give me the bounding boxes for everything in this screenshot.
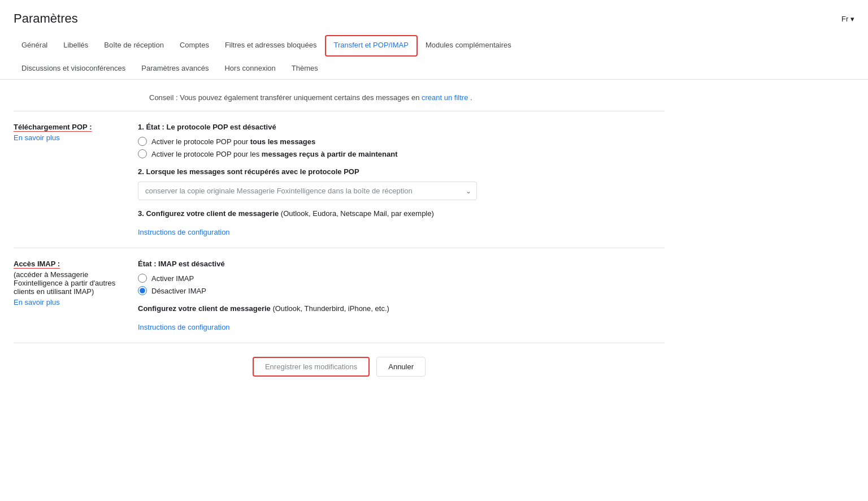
tab-general[interactable]: Général (14, 35, 55, 57)
tab-filters[interactable]: Filtres et adresses bloquées (217, 35, 325, 57)
pop-content: 1. État : Le protocole POP est désactivé… (138, 123, 665, 236)
imap-config-link[interactable]: Instructions de configuration (138, 323, 230, 331)
save-button[interactable]: Enregistrer les modifications (253, 357, 370, 377)
tabs-row1: Général Libellés Boîte de réception Comp… (14, 35, 854, 56)
pop-action-select[interactable]: conserver la copie originale Messagerie … (138, 182, 477, 200)
imap-learn-more[interactable]: En savoir plus (14, 298, 138, 306)
lang-selector[interactable]: Fr ▾ (841, 15, 854, 23)
imap-status: État : IMAP est désactivé (138, 260, 665, 268)
pop-option-all: Activer le protocole POP pour tous les m… (138, 137, 665, 146)
pop-now-radio[interactable] (138, 149, 147, 158)
tip-bar: Conseil : Vous pouvez également transfér… (14, 89, 665, 111)
pop-step2: 2. Lorsque les messages sont récupérés a… (138, 167, 665, 200)
imap-disable-option: Désactiver IMAP (138, 286, 665, 295)
tab-labels[interactable]: Libellés (55, 35, 96, 57)
pop-all-radio[interactable] (138, 137, 147, 146)
imap-label: Accès IMAP : (accéder à Messagerie Foxin… (14, 260, 138, 331)
tab-addons[interactable]: Modules complémentaires (418, 35, 519, 57)
cancel-button[interactable]: Annuler (376, 357, 426, 377)
pop-step3: 3. Configurez votre client de messagerie… (138, 209, 665, 236)
imap-content: État : IMAP est désactivé Activer IMAP D… (138, 260, 665, 331)
tabs-row2: Discussions et visioconférences Paramètr… (14, 56, 854, 79)
pop-select-wrapper: conserver la copie originale Messagerie … (138, 182, 477, 200)
tab-themes[interactable]: Thèmes (284, 58, 326, 80)
tab-accounts[interactable]: Comptes (172, 35, 217, 57)
pop-learn-more[interactable]: En savoir plus (14, 133, 138, 142)
footer-buttons: Enregistrer les modifications Annuler (14, 343, 665, 395)
pop-section: Téléchargement POP : En savoir plus 1. É… (14, 111, 665, 248)
imap-section: Accès IMAP : (accéder à Messagerie Foxin… (14, 248, 665, 343)
filter-link[interactable]: creant un filtre (422, 93, 468, 102)
tab-offline[interactable]: Hors connexion (216, 58, 283, 80)
pop-label: Téléchargement POP : En savoir plus (14, 123, 138, 236)
pop-status: 1. État : Le protocole POP est désactivé (138, 123, 665, 131)
tab-advanced[interactable]: Paramètres avancés (133, 58, 216, 80)
pop-option-now: Activer le protocole POP pour les messag… (138, 149, 665, 158)
pop-config-link[interactable]: Instructions de configuration (138, 228, 230, 236)
tab-discussions[interactable]: Discussions et visioconférences (14, 58, 133, 80)
imap-disable-radio[interactable] (138, 286, 147, 295)
tab-inbox[interactable]: Boîte de réception (96, 35, 172, 57)
tab-transfer[interactable]: Transfert et POP/IMAP (325, 35, 418, 57)
page-title: Paramètres (14, 11, 78, 26)
imap-enable-option: Activer IMAP (138, 274, 665, 283)
imap-enable-radio[interactable] (138, 274, 147, 283)
imap-configure: Configurez votre client de messagerie (O… (138, 304, 665, 331)
